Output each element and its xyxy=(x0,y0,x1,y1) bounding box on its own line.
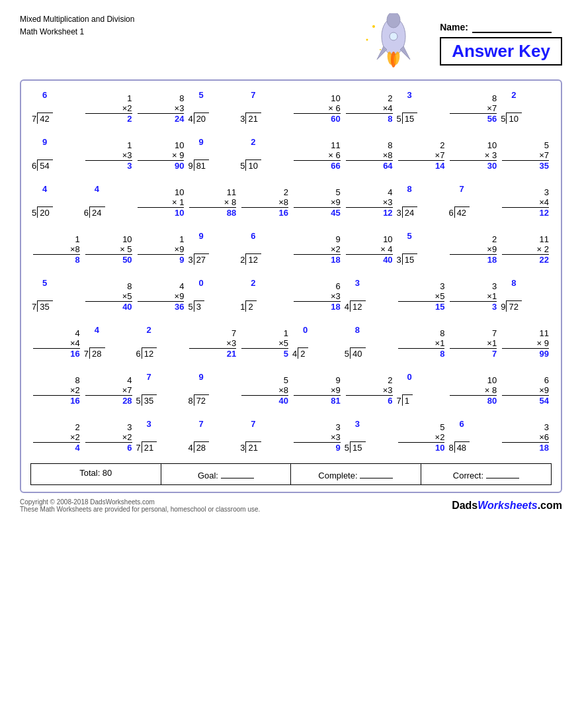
mult-ans: 5 xyxy=(241,348,288,359)
div-divisor: 7 xyxy=(397,396,401,406)
mult-mid: ×5 xyxy=(398,291,445,301)
div-bracket: 1 xyxy=(402,394,413,406)
mult-top: 6 xyxy=(294,281,341,291)
problem-cell-7-3: 7428 xyxy=(187,416,239,453)
mult-mid: × 2 xyxy=(502,244,549,254)
problem-cell-5-0: 4×416 xyxy=(30,322,83,359)
problem-cell-2-1: 4624 xyxy=(83,181,135,218)
div-bracket: 42 xyxy=(37,113,52,124)
mult-ans: 88 xyxy=(189,207,236,218)
mult-mid: ×4 xyxy=(33,338,80,348)
name-label: Name: xyxy=(440,22,468,32)
mult-ans: 12 xyxy=(502,207,549,218)
name-and-key: Name: Answer Key xyxy=(440,21,562,66)
div-divisor: 3 xyxy=(397,255,401,265)
problem-cell-5-2: 2612 xyxy=(135,322,187,359)
mult-ans: 14 xyxy=(398,160,445,171)
mult-top: 8 xyxy=(346,140,393,150)
mult-ans: 80 xyxy=(450,395,497,406)
mult-top: 11 xyxy=(294,140,341,150)
goal-label: Goal: xyxy=(198,471,218,480)
mult-ans: 4 xyxy=(33,442,80,453)
problem-cell-6-6: 2×36 xyxy=(343,369,395,406)
mult-top: 1 xyxy=(85,140,132,150)
mult-mid: ×2 xyxy=(398,432,445,442)
svg-point-4 xyxy=(390,32,397,40)
div-quotient: 7 xyxy=(251,90,255,100)
mult-mid: ×3 xyxy=(294,432,341,442)
mult-top: 5 xyxy=(294,187,341,197)
mult-mid: × 3 xyxy=(450,150,497,160)
mult-top: 7 xyxy=(450,328,497,338)
div-divisor: 4 xyxy=(188,443,192,453)
div-bracket: 21 xyxy=(245,441,261,453)
mult-ans: 9 xyxy=(138,254,185,265)
div-divisor: 7 xyxy=(32,302,36,312)
problem-cell-5-3: 7×321 xyxy=(187,322,239,359)
mult-ans: 18 xyxy=(294,254,341,265)
problem-cell-1-2: 10× 990 xyxy=(135,134,187,171)
mult-ans: 21 xyxy=(189,348,236,359)
mult-mid: ×2 xyxy=(33,432,80,442)
mult-mid: × 8 xyxy=(450,385,497,395)
problem-cell-0-4: 7321 xyxy=(239,87,291,124)
problems-row-0: 67421×228×3245420732110× 6602×4835158×75… xyxy=(30,87,552,124)
problem-cell-4-1: 8×540 xyxy=(83,275,135,312)
total-box: Total: 80 xyxy=(31,464,161,484)
problem-cell-3-8: 2×918 xyxy=(447,228,499,265)
problem-cell-6-9: 6×954 xyxy=(499,369,552,406)
div-quotient: 2 xyxy=(251,278,255,288)
mult-ans: 22 xyxy=(502,254,549,265)
mult-ans: 81 xyxy=(294,395,341,406)
div-quotient: 5 xyxy=(198,90,203,100)
logo-worksheets: Worksheets xyxy=(478,500,537,511)
problem-cell-6-4: 5×840 xyxy=(239,369,291,406)
mult-top: 10 xyxy=(346,234,393,244)
div-divisor: 6 xyxy=(32,161,36,171)
problems-row-5: 4×416472826127×3211×5504285408×187×1711×… xyxy=(30,322,552,359)
worksheet-area: 67421×228×3245420732110× 6602×4835158×75… xyxy=(20,79,562,493)
copyright-line1: Copyright © 2008-2018 DadsWorksheets.com xyxy=(20,498,260,506)
mult-mid: ×9 xyxy=(294,385,341,395)
problem-cell-5-8: 7×17 xyxy=(447,322,499,359)
dadsworksheets-logo: DadsWorksheets.com xyxy=(452,500,562,512)
div-divisor: 3 xyxy=(240,443,245,453)
mult-mid: ×7 xyxy=(398,150,445,160)
div-bracket: 2 xyxy=(298,347,308,359)
mult-mid: ×1 xyxy=(398,338,445,348)
mult-top: 10 xyxy=(294,93,341,103)
problem-cell-7-4: 7321 xyxy=(239,416,291,453)
problems-row-2: 4520462410× 11011× 8882×8165×9454×312832… xyxy=(30,181,552,218)
mult-mid: ×7 xyxy=(502,150,549,160)
mult-top: 1 xyxy=(33,234,80,244)
mult-ans: 12 xyxy=(346,207,393,218)
div-bracket: 35 xyxy=(37,300,52,312)
mult-ans: 3 xyxy=(85,160,132,171)
problem-cell-4-5: 6×318 xyxy=(291,275,343,312)
div-bracket: 72 xyxy=(506,300,521,312)
div-divisor: 5 xyxy=(397,114,401,124)
problems-container: 67421×228×3245420732110× 6602×4835158×75… xyxy=(30,87,552,453)
problem-cell-2-6: 4×312 xyxy=(343,181,395,218)
mult-ans: 36 xyxy=(138,301,185,312)
div-divisor: 5 xyxy=(501,114,505,124)
mult-mid: ×8 xyxy=(241,385,288,395)
footer-boxes: Total: 80 Goal: Complete: Correct: xyxy=(30,463,552,485)
mult-top: 2 xyxy=(33,422,80,432)
problems-row-6: 8×2164×728753598725×8409×9812×3607110× 8… xyxy=(30,369,552,406)
problem-cell-5-6: 8540 xyxy=(343,322,395,359)
div-bracket: 35 xyxy=(142,394,157,406)
mult-top: 7 xyxy=(189,328,236,338)
div-quotient: 8 xyxy=(511,278,516,288)
problem-cell-1-3: 9981 xyxy=(187,134,239,171)
title-line2: Math Worksheet 1 xyxy=(20,26,134,38)
problem-cell-0-0: 6742 xyxy=(30,87,83,124)
problem-cell-3-2: 1×99 xyxy=(135,228,187,265)
copyright-line2: These Math Worksheets are provided for p… xyxy=(20,506,260,513)
div-divisor: 5 xyxy=(345,349,349,359)
problem-cell-5-9: 11× 999 xyxy=(499,322,552,359)
problem-cell-1-8: 10× 330 xyxy=(447,134,499,171)
problems-row-4: 57358×5404×9360532126×31834123×5153×1389… xyxy=(30,275,552,312)
mult-top: 4 xyxy=(346,187,393,197)
problem-cell-1-0: 9654 xyxy=(30,134,83,171)
